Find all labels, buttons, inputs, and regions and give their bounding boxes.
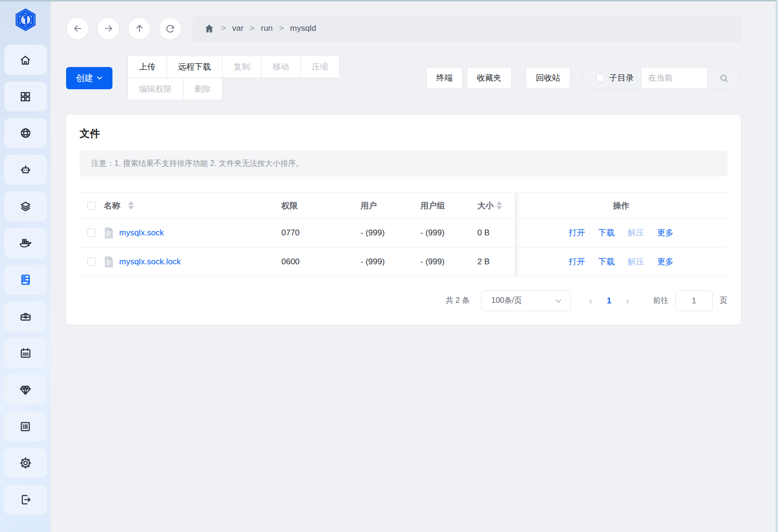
remote-download-button[interactable]: 远程下载 [167,55,222,78]
file-user: - (999) [361,257,385,267]
sidebar-item-pro[interactable] [4,375,47,405]
compress-button[interactable]: 压缩 [300,55,340,78]
move-button[interactable]: 移动 [261,55,301,78]
nav-refresh-button[interactable] [159,17,181,40]
robot-icon [19,163,32,177]
nav-forward-button[interactable] [97,17,120,40]
more-action[interactable]: 更多 [657,227,674,238]
decompress-action[interactable]: 解压 [628,227,644,238]
column-header-size[interactable]: 大小 [477,200,494,211]
next-page-button[interactable]: › [616,296,639,306]
sort-size-control[interactable] [497,201,502,210]
nav-up-button[interactable] [128,17,151,40]
open-action[interactable]: 打开 [569,256,585,267]
column-header-name[interactable]: 名称 [104,200,120,211]
toolbox-icon [19,310,32,323]
sidebar-item-ai[interactable] [4,155,47,185]
gear-icon [19,456,32,470]
subdirectory-toggle[interactable]: 子目录 [583,68,641,88]
sidebar-item-cron[interactable] [4,338,47,368]
sidebar-item-apps[interactable] [4,82,47,111]
row-checkbox[interactable] [87,229,96,237]
refresh-icon [165,24,175,34]
breadcrumb-separator: > [279,24,284,33]
column-header-group: 用户组 [420,200,445,211]
files-card: 文件 注意：1. 搜索结果不支持排序功能 2. 文件夹无法按大小排序。 名称 权… [66,115,741,325]
caret-up-icon [128,201,134,205]
current-page[interactable]: 1 [602,296,616,306]
recycle-bin-button[interactable]: 回收站 [526,67,570,89]
edit-permission-button[interactable]: 编辑权限 [127,78,183,100]
decompress-action[interactable]: 解压 [628,256,644,267]
main-content: > var > run > mysqld 创建 上传 远程下载 复制 移动 压缩… [51,0,778,532]
sidebar-item-toolbox[interactable] [4,301,47,331]
download-action[interactable]: 下载 [598,256,615,267]
more-action[interactable]: 更多 [657,256,674,267]
chevron-down-icon [97,75,103,81]
breadcrumb-segment-var[interactable]: var [232,24,244,33]
pagination: 共 2 条 100条/页 ‹ 1 › 前往 页 [80,290,727,311]
subdirectory-checkbox[interactable] [596,74,604,82]
sidebar [0,0,51,532]
file-permission: 0600 [281,257,300,267]
chevron-down-icon [555,298,562,304]
file-server-icon [19,273,32,286]
logout-icon [19,493,32,506]
terminal-button[interactable]: 终端 [426,67,463,89]
caret-down-icon [497,206,502,210]
notice-bar: 注意：1. 搜索结果不支持排序功能 2. 文件夹无法按大小排序。 [80,150,727,177]
select-all-checkbox[interactable] [87,202,96,210]
table-row: mysqlx.sock.lock 0600 - (999) - (999) 2 … [80,247,727,276]
download-action[interactable]: 下载 [598,227,615,238]
goto-page-input[interactable] [675,290,713,311]
sidebar-item-database[interactable] [4,191,47,221]
table-row: mysqlx.sock 0770 - (999) - (999) 0 B 打开 … [80,218,727,247]
home-breadcrumb-icon[interactable] [204,23,215,34]
page-unit-label: 页 [720,296,727,306]
file-user: - (999) [361,228,385,238]
sidebar-item-home[interactable] [4,45,47,75]
sidebar-item-container[interactable] [4,228,47,258]
breadcrumb-segment-run[interactable]: run [261,24,273,33]
arrow-up-icon [134,23,145,34]
page-size-select[interactable]: 100条/页 [481,290,571,311]
delete-button[interactable]: 删除 [183,78,222,100]
sidebar-item-website[interactable] [4,118,47,148]
column-header-permission: 权限 [281,200,298,211]
calendar-icon [19,346,32,360]
sidebar-item-files[interactable] [4,265,47,295]
arrow-right-icon [103,23,114,34]
file-group: - (999) [420,257,445,267]
home-icon [19,54,32,67]
search-button[interactable] [707,68,740,88]
topbar: > var > run > mysqld [66,16,741,41]
file-icon [104,227,114,239]
file-icon [104,256,114,268]
arrow-left-icon [72,23,83,34]
sidebar-item-logout[interactable] [4,485,47,515]
app-logo[interactable] [12,7,39,32]
file-group: - (999) [420,228,445,238]
sort-name-control[interactable] [128,201,134,210]
create-button[interactable]: 创建 [66,67,112,89]
file-name-link[interactable]: mysqlx.sock [119,228,164,238]
copy-button[interactable]: 复制 [222,55,262,78]
sidebar-item-settings[interactable] [4,448,47,478]
file-toolbar: 创建 上传 远程下载 复制 移动 压缩 编辑权限 删除 终端 收藏夹 回收站 子… [66,55,741,100]
subdirectory-label: 子目录 [609,72,634,83]
prev-page-button[interactable]: ‹ [580,296,602,306]
goto-label: 前往 [653,296,668,306]
row-checkbox[interactable] [87,258,96,266]
sidebar-item-logs[interactable] [4,411,47,441]
nav-back-button[interactable] [66,17,89,40]
file-size: 2 B [477,257,490,267]
file-name-link[interactable]: mysqlx.sock.lock [119,257,181,267]
create-button-label: 创建 [76,72,93,84]
search-input[interactable] [641,68,707,88]
open-action[interactable]: 打开 [569,227,585,238]
total-count: 共 2 条 [445,296,470,306]
upload-button[interactable]: 上传 [127,55,167,78]
file-action-group: 上传 远程下载 复制 移动 压缩 编辑权限 删除 [128,55,358,100]
favorites-button[interactable]: 收藏夹 [467,67,512,89]
breadcrumb-segment-mysqld[interactable]: mysqld [290,24,316,33]
